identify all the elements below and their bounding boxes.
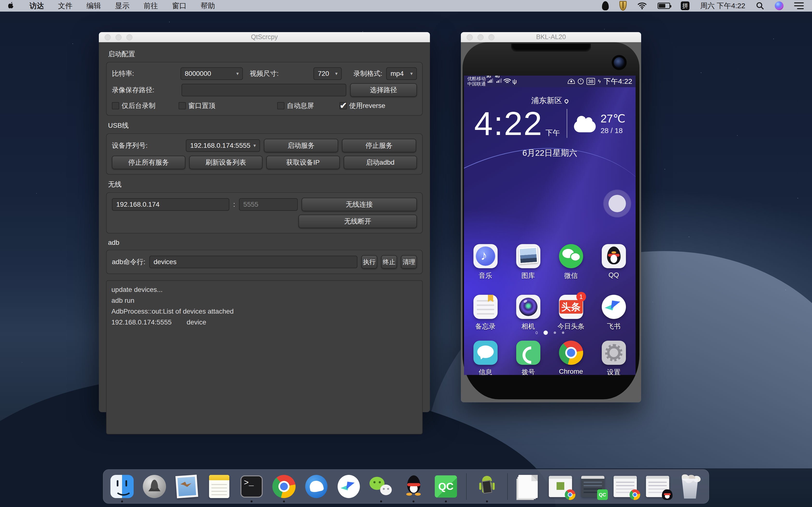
app-music[interactable]: 音乐 <box>473 244 498 280</box>
stop-service-button[interactable]: 停止服务 <box>342 139 416 152</box>
dock-notes[interactable] <box>207 474 231 499</box>
ip-port-colon: : <box>233 201 235 208</box>
close-button[interactable] <box>105 34 111 40</box>
wireless-connect-button[interactable]: 无线连接 <box>302 198 417 211</box>
dock-wechat[interactable] <box>369 474 393 499</box>
menu-item-go[interactable]: 前往 <box>144 1 158 11</box>
wireless-disconnect-button[interactable]: 无线断开 <box>298 215 417 228</box>
checkbox-box[interactable] <box>340 102 347 109</box>
minimize-button[interactable] <box>115 34 121 40</box>
page-dot <box>536 331 538 334</box>
checkbox-screen-off[interactable]: 自动息屏 <box>277 101 314 110</box>
app-wechat[interactable]: 微信 <box>559 244 583 280</box>
menu-item-window[interactable]: 窗口 <box>172 1 187 11</box>
app-feishu[interactable]: 飞书 <box>602 295 626 331</box>
qq-statusbar-icon[interactable] <box>602 1 609 10</box>
dock-launchpad[interactable] <box>142 474 166 499</box>
wireless-port-input[interactable]: 5555 <box>239 198 298 211</box>
app-gallery[interactable]: 图库 <box>516 244 540 280</box>
menu-item-edit[interactable]: 编辑 <box>87 1 101 11</box>
dock-qtcreator[interactable]: QC <box>434 474 458 499</box>
wireless-ip-input[interactable]: 192.168.0.174 <box>112 198 230 211</box>
bitrate-select[interactable]: 8000000 <box>181 67 243 80</box>
launchpad-icon <box>143 475 166 498</box>
mac-dock: >_ QC QC <box>103 469 709 504</box>
adb-stop-button[interactable]: 终止 <box>381 255 397 269</box>
button-label: 无线连接 <box>346 200 373 209</box>
weather-location[interactable]: 浦东新区 <box>464 95 636 106</box>
siri-icon[interactable] <box>775 1 783 10</box>
checkbox-always-on-top[interactable]: 窗口置顶 <box>179 101 215 110</box>
menu-item-file[interactable]: 文件 <box>58 1 72 11</box>
battery-icon[interactable] <box>658 3 670 9</box>
menu-bar-status: 拼 周六 下午4:22 <box>602 1 804 11</box>
app-dialer[interactable]: 拨号 <box>516 341 540 375</box>
app-camera[interactable]: 相机 <box>516 295 540 331</box>
dock-mail[interactable] <box>175 474 199 499</box>
record-path-input[interactable] <box>182 84 346 96</box>
app-memo[interactable]: 备忘录 <box>473 295 498 331</box>
adb-group: adb命令行: devices 执行 终止 清理 <box>106 250 423 274</box>
qtscrcpy-titlebar[interactable]: QtScrcpy <box>99 32 430 42</box>
log-output[interactable]: update devices... adb run AdbProcess::ou… <box>106 280 423 434</box>
stop-all-services-button[interactable]: 停止所有服务 <box>112 156 185 169</box>
location-pin-icon <box>564 99 569 104</box>
zoom-button[interactable] <box>126 34 133 40</box>
messages-icon <box>473 341 498 365</box>
video-size-select[interactable]: 720 <box>313 67 342 80</box>
dock-minimized-window-3[interactable] <box>613 474 637 499</box>
get-device-ip-button[interactable]: 获取设备IP <box>266 156 340 169</box>
adb-cmd-input[interactable]: devices <box>149 256 358 268</box>
checkbox-background-record[interactable]: 仅后台录制 <box>112 101 155 110</box>
floating-assist-ball[interactable] <box>609 195 626 212</box>
start-adbd-button[interactable]: 启动adbd <box>344 156 417 169</box>
adb-run-button[interactable]: 执行 <box>361 255 377 269</box>
shield-icon[interactable] <box>619 1 627 11</box>
clock-widget[interactable]: 4:22 下午 27℃ 28 / 18 <box>464 107 636 140</box>
dock-minimized-window-4[interactable] <box>646 474 670 499</box>
close-button[interactable] <box>467 34 473 40</box>
checkbox-box[interactable] <box>112 102 119 109</box>
record-format-select[interactable]: mp4 <box>386 67 417 80</box>
refresh-devices-button[interactable]: 刷新设备列表 <box>189 156 263 169</box>
adb-clean-button[interactable]: 清理 <box>401 255 417 269</box>
app-messages[interactable]: 信息 <box>473 341 498 375</box>
menu-item-view[interactable]: 显示 <box>115 1 130 11</box>
menu-item-finder[interactable]: 访达 <box>30 1 44 11</box>
dock-chrome[interactable] <box>272 474 296 499</box>
spotlight-search-icon[interactable] <box>756 2 764 10</box>
app-chrome[interactable]: Chrome <box>559 341 583 375</box>
start-service-button[interactable]: 启动服务 <box>264 139 338 152</box>
dock-finder[interactable] <box>110 474 134 499</box>
dock-paper-plane-app[interactable] <box>337 474 361 499</box>
phone-screen[interactable]: 优酷移动 中国联通 3G 4G ψ 38 ϟ 下午 <box>464 75 636 375</box>
dock-minimized-window-2[interactable]: QC <box>581 474 605 499</box>
serial-select[interactable]: 192.168.0.174:5555 <box>186 139 260 152</box>
checkbox-box[interactable] <box>179 102 186 109</box>
menu-item-help[interactable]: 帮助 <box>201 1 215 11</box>
dock-documents-stack[interactable] <box>516 474 540 499</box>
dock-minimized-window-1[interactable] <box>548 474 572 499</box>
app-settings[interactable]: 设置 <box>602 341 626 375</box>
config-row-1: 比特率: 8000000 视频尺寸: 720 录制格式: mp4 <box>112 67 417 80</box>
checkbox-box[interactable] <box>277 102 285 109</box>
dock-seal-app[interactable] <box>304 474 328 499</box>
zoom-button[interactable] <box>489 34 495 40</box>
notification-center-icon[interactable] <box>794 2 804 9</box>
dock-trash[interactable] <box>678 474 702 499</box>
choose-path-button[interactable]: 选择路径 <box>350 83 417 97</box>
phone-titlebar[interactable]: BKL-AL20 <box>461 32 641 42</box>
checkbox-use-reverse[interactable]: 使用reverse <box>340 101 385 110</box>
dock-scrcpy-android[interactable] <box>475 474 499 499</box>
traffic-lights <box>105 34 133 40</box>
app-qq[interactable]: QQ <box>602 244 626 280</box>
apple-menu-icon[interactable] <box>8 1 15 10</box>
dock-qq[interactable] <box>401 474 425 499</box>
wifi-icon[interactable] <box>637 2 647 9</box>
app-toutiao[interactable]: 1 头条 今日头条 <box>558 295 585 331</box>
menu-bar-clock[interactable]: 周六 下午4:22 <box>700 1 745 11</box>
chrome-badge-icon <box>565 489 575 500</box>
minimize-button[interactable] <box>477 34 484 40</box>
input-method-icon[interactable]: 拼 <box>681 1 690 10</box>
dock-terminal[interactable]: >_ <box>240 474 264 499</box>
